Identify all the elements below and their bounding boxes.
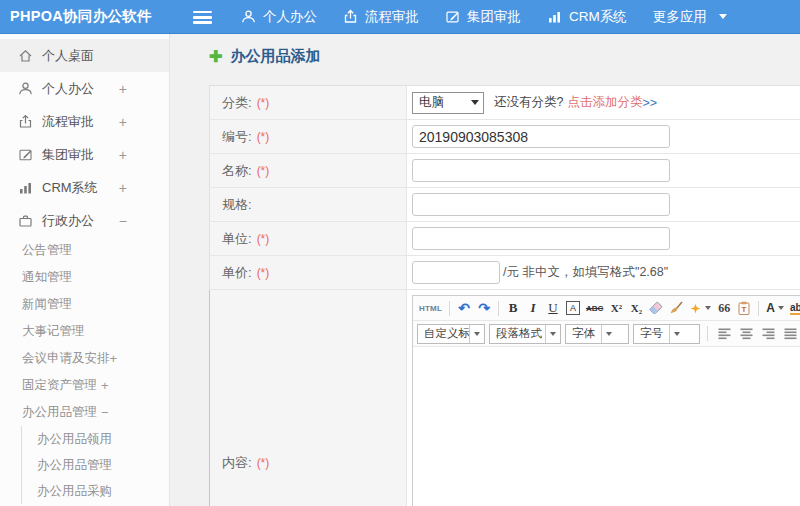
topnav-workflow-approval[interactable]: 流程审批 <box>343 8 419 26</box>
category-selected-value: 电脑 <box>419 94 444 111</box>
sidebar-item-notice-mgmt[interactable]: 通知管理 <box>0 264 169 291</box>
select-label: 字体 <box>566 326 601 341</box>
required-mark: (*) <box>257 456 270 470</box>
required-mark: (*) <box>257 130 270 144</box>
sidebar-item-label: 个人桌面 <box>42 47 94 65</box>
align-right-button[interactable] <box>759 324 777 344</box>
font-size-select[interactable]: 字号 <box>633 324 700 344</box>
field-label: 单价: <box>222 264 252 282</box>
expand-indicator[interactable]: + <box>119 81 127 97</box>
sidebar-item-personal-desktop[interactable]: 个人桌面 <box>0 39 169 72</box>
sidebar-item-meeting-request[interactable]: 会议申请及安排 + <box>0 345 169 372</box>
select-caret-button[interactable] <box>545 325 560 343</box>
form-row-price: 单价: (*) /元 非中文，如填写格式"2.68" <box>209 256 800 290</box>
paste-text-button[interactable]: T <box>735 298 753 318</box>
bold-button[interactable]: B <box>504 298 522 318</box>
align-justify-icon <box>784 328 797 340</box>
expand-indicator[interactable]: + <box>101 372 109 399</box>
form-row-code: 编号: (*) <box>209 120 800 154</box>
select-caret-button[interactable] <box>601 325 616 343</box>
sidebar-item-supplies-requisition[interactable]: 办公用品领用 <box>22 426 169 452</box>
highlight-color-button[interactable]: ab <box>788 298 800 318</box>
caret-down-icon <box>778 306 784 310</box>
topnav-personal-office[interactable]: 个人办公 <box>241 8 317 26</box>
page-title: ✚ 办公用品添加 <box>209 47 320 66</box>
name-input[interactable] <box>412 159 670 182</box>
html-source-button[interactable]: HTML <box>417 298 444 318</box>
form-row-unit: 单位: (*) <box>209 222 800 256</box>
redo-button[interactable]: ↷ <box>475 298 493 318</box>
add-category-link[interactable]: 点击添加分类 <box>567 94 642 111</box>
edit-icon <box>445 9 460 24</box>
collapse-indicator[interactable]: − <box>101 399 109 426</box>
expand-indicator[interactable]: + <box>110 345 118 372</box>
code-input-cell <box>407 120 800 153</box>
select-caret-button[interactable] <box>469 325 484 343</box>
custom-heading-select[interactable]: 自定义标题 <box>417 324 485 344</box>
align-right-icon <box>762 328 775 340</box>
home-icon <box>18 48 33 63</box>
font-family-select[interactable]: 字体 <box>565 324 629 344</box>
sidebar-subitem-label: 新闻管理 <box>22 291 72 318</box>
spec-input[interactable] <box>412 193 670 216</box>
align-left-button[interactable] <box>715 324 733 344</box>
topnav-more-apps[interactable]: 更多应用 <box>653 8 727 26</box>
auto-typeset-button[interactable] <box>687 298 713 318</box>
subscript-button[interactable]: X₂ <box>627 298 645 318</box>
sidebar-item-group-approval[interactable]: 集团审批 + <box>0 138 169 171</box>
content-input-cell: HTML ↶ ↷ B I U A ABC X² X₂ <box>407 290 800 506</box>
superscript-button[interactable]: X² <box>607 298 625 318</box>
sidebar-item-supplies-manage[interactable]: 办公用品管理 <box>22 452 169 478</box>
sidebar-item-supplies-purchase[interactable]: 办公用品采购 <box>22 478 169 504</box>
unit-input[interactable] <box>412 227 670 250</box>
sidebar-item-office-supplies-mgmt[interactable]: 办公用品管理 − <box>0 399 169 426</box>
sidebar-item-fixed-assets-mgmt[interactable]: 固定资产管理 + <box>0 372 169 399</box>
remove-format-button[interactable] <box>647 298 665 318</box>
price-input[interactable] <box>412 261 500 284</box>
sidebar-item-workflow-approval[interactable]: 流程审批 + <box>0 105 169 138</box>
font-color-button[interactable]: A <box>764 298 786 318</box>
sidebar-item-crm-system[interactable]: CRM系统 + <box>0 171 169 204</box>
select-caret-button[interactable] <box>669 325 684 343</box>
caret-down-icon <box>719 14 727 19</box>
sidebar-item-admin-office[interactable]: 行政办公 − <box>0 204 169 237</box>
undo-button[interactable]: ↶ <box>455 298 473 318</box>
collapse-indicator[interactable]: − <box>119 213 127 229</box>
main-content: ✚ 办公用品添加 分类: (*) 电脑 还没有分类? 点击添加分类 >> 编号: <box>171 34 800 506</box>
expand-indicator[interactable]: + <box>119 180 127 196</box>
sidebar-item-news-mgmt[interactable]: 新闻管理 <box>0 291 169 318</box>
topnav-group-approval[interactable]: 集团审批 <box>445 8 521 26</box>
category-select[interactable]: 电脑 <box>412 92 484 114</box>
format-painter-button[interactable] <box>667 298 685 318</box>
code-input[interactable] <box>412 125 670 148</box>
clipboard-icon: T <box>738 301 750 315</box>
align-justify-button[interactable] <box>781 324 799 344</box>
menu-toggle-icon[interactable] <box>193 11 212 27</box>
editor-content-area[interactable] <box>413 347 800 506</box>
boxed-text-button[interactable]: A <box>564 298 582 318</box>
sidebar-item-label: 集团审批 <box>42 146 94 164</box>
rich-text-editor: HTML ↶ ↷ B I U A ABC X² X₂ <box>412 295 800 506</box>
toolbar-separator <box>758 301 759 316</box>
topnav-crm-system[interactable]: CRM系统 <box>547 8 627 26</box>
form-row-content: 内容: (*) HTML ↶ ↷ B I U A ABC <box>209 290 800 506</box>
caret-down-icon <box>674 332 680 336</box>
field-label: 单位: <box>222 230 252 248</box>
strikethrough-button[interactable]: ABC <box>584 298 605 318</box>
italic-button[interactable]: I <box>524 298 542 318</box>
expand-indicator[interactable]: + <box>119 147 127 163</box>
align-center-button[interactable] <box>737 324 755 344</box>
sidebar-item-announcement-mgmt[interactable]: 公告管理 <box>0 237 169 264</box>
paragraph-format-select[interactable]: 段落格式 <box>489 324 561 344</box>
page-title-text: 办公用品添加 <box>230 47 320 66</box>
sidebar-item-personal-office[interactable]: 个人办公 + <box>0 72 169 105</box>
no-category-hint: 还没有分类? <box>494 94 563 111</box>
underline-button[interactable]: U <box>544 298 562 318</box>
expand-indicator[interactable]: + <box>119 114 127 130</box>
sidebar-item-memorabilia-mgmt[interactable]: 大事记管理 <box>0 318 169 345</box>
sidebar-subitem-label: 大事记管理 <box>22 318 85 345</box>
required-mark: (*) <box>257 266 270 280</box>
add-category-arrows[interactable]: >> <box>642 96 657 110</box>
blockquote-button[interactable]: 66 <box>715 298 733 318</box>
spec-label-cell: 规格: <box>210 188 407 221</box>
